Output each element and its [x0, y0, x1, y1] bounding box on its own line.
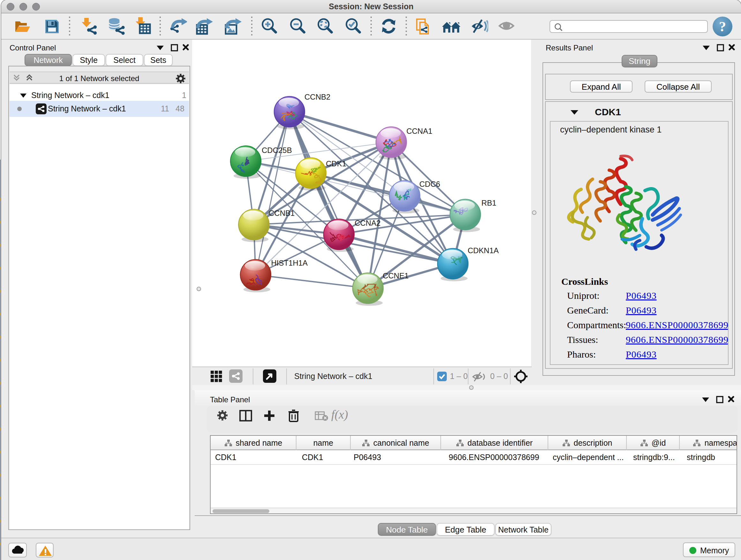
svg-text:CCNA1: CCNA1: [406, 127, 432, 135]
svg-text:CDC25B: CDC25B: [262, 146, 292, 154]
svg-text:CCNB2: CCNB2: [305, 92, 330, 101]
svg-text:CCNE1: CCNE1: [383, 271, 408, 280]
svg-text:CDC6: CDC6: [419, 180, 440, 188]
svg-text:CDK1: CDK1: [326, 159, 346, 168]
svg-text:HIST1H1A: HIST1H1A: [271, 259, 308, 267]
svg-text:CDKN1A: CDKN1A: [468, 246, 498, 255]
svg-text:RB1: RB1: [482, 199, 496, 207]
svg-text:CCNA2: CCNA2: [354, 219, 381, 227]
svg-text:CCNB1: CCNB1: [269, 209, 294, 217]
